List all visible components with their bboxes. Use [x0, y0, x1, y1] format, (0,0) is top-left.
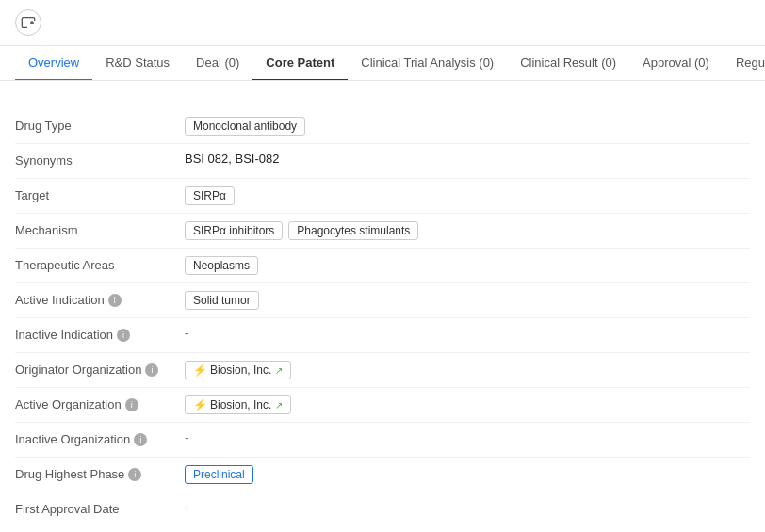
info-icon-inactive-indication[interactable]: i	[117, 329, 130, 342]
field-label-drug-highest-phase: Drug Highest Phasei	[15, 465, 185, 481]
field-label-first-approval-date: First Approval Date	[15, 500, 185, 516]
field-value-first-approval-date: -	[185, 500, 750, 514]
tag-mechanism-Phagocytes-stimulants: Phagocytes stimulants	[288, 221, 418, 240]
tab-rd-status[interactable]: R&D Status	[92, 46, 183, 81]
field-value-target: SIRPα	[185, 186, 750, 205]
external-link-icon-active-org: ↗	[275, 400, 283, 411]
tab-approval[interactable]: Approval (0)	[629, 46, 723, 81]
field-row-mechanism: MechanismSIRPα inhibitorsPhagocytes stim…	[15, 214, 750, 248]
field-label-mechanism: Mechanism	[15, 221, 185, 237]
field-value-drug-type: Monoclonal antibody	[185, 117, 750, 136]
tag-therapeutic-areas: Neoplasms	[185, 256, 258, 275]
field-value-originator-org: ⚡Biosion, Inc.↗	[185, 361, 750, 379]
field-value-active-indication: Solid tumor	[185, 291, 750, 310]
field-row-originator-org: Originator Organizationi⚡Biosion, Inc.↗	[15, 353, 750, 387]
field-label-therapeutic-areas: Therapeutic Areas	[15, 256, 185, 272]
field-label-originator-org: Originator Organizationi	[15, 361, 185, 377]
info-icon-active-org[interactable]: i	[125, 398, 138, 411]
info-icon-inactive-org[interactable]: i	[134, 433, 147, 446]
org-logo-active-org: ⚡	[193, 398, 206, 411]
field-value-inactive-indication: -	[185, 326, 750, 340]
field-value-mechanism: SIRPα inhibitorsPhagocytes stimulants	[185, 221, 750, 240]
field-row-first-approval-date: First Approval Date-	[15, 492, 750, 526]
tag-drug-type: Monoclonal antibody	[185, 117, 305, 136]
tag-mechanism-SIRPα-inhibitors: SIRPα inhibitors	[185, 221, 283, 240]
field-value-synonyms: BSI 082, BSI-082	[185, 152, 750, 166]
field-row-active-org: Active Organizationi⚡Biosion, Inc.↗	[15, 388, 750, 422]
tag-target: SIRPα	[185, 186, 235, 205]
fields-container: Drug TypeMonoclonal antibodySynonymsBSI …	[15, 109, 750, 526]
tab-clinical-result[interactable]: Clinical Result (0)	[507, 46, 629, 81]
main-content: Drug TypeMonoclonal antibodySynonymsBSI …	[0, 81, 765, 532]
tab-overview[interactable]: Overview	[15, 46, 92, 81]
field-row-active-indication: Active IndicationiSolid tumor	[15, 283, 750, 317]
field-row-therapeutic-areas: Therapeutic AreasNeoplasms	[15, 249, 750, 282]
field-row-drug-highest-phase: Drug Highest PhaseiPreclinical	[15, 458, 750, 492]
field-value-drug-highest-phase: Preclinical	[185, 465, 750, 484]
info-icon-drug-highest-phase[interactable]: i	[128, 468, 141, 481]
org-logo-originator-org: ⚡	[193, 363, 206, 377]
dash-first-approval-date: -	[185, 500, 188, 514]
field-label-inactive-org: Inactive Organizationi	[15, 430, 185, 446]
field-row-drug-type: Drug TypeMonoclonal antibody	[15, 109, 750, 143]
tab-clinical-trial[interactable]: Clinical Trial Analysis (0)	[348, 46, 507, 81]
field-label-active-org: Active Organizationi	[15, 395, 185, 411]
field-value-active-org: ⚡Biosion, Inc.↗	[185, 395, 750, 414]
field-label-synonyms: Synonyms	[15, 152, 185, 168]
tab-deal[interactable]: Deal (0)	[183, 46, 252, 81]
external-link-icon-originator-org: ↗	[275, 365, 283, 376]
field-value-inactive-org: -	[185, 430, 750, 444]
org-name-originator-org: Biosion, Inc.	[210, 363, 271, 377]
tag-active-indication: Solid tumor	[185, 291, 259, 310]
field-row-target: TargetSIRPα	[15, 179, 750, 213]
page-header	[0, 0, 765, 46]
drug-icon	[15, 9, 41, 36]
field-label-inactive-indication: Inactive Indicationi	[15, 326, 185, 342]
field-label-drug-type: Drug Type	[15, 117, 185, 133]
org-tag-active-org[interactable]: ⚡Biosion, Inc.↗	[185, 395, 291, 414]
tab-core-patent[interactable]: Core Patent	[252, 46, 348, 81]
field-label-active-indication: Active Indicationi	[15, 291, 185, 307]
org-name-active-org: Biosion, Inc.	[210, 398, 271, 411]
phase-tag-drug-highest-phase: Preclinical	[185, 465, 253, 484]
dash-inactive-indication: -	[185, 326, 188, 340]
org-tag-originator-org[interactable]: ⚡Biosion, Inc.↗	[185, 361, 291, 379]
field-row-inactive-org: Inactive Organizationi-	[15, 423, 750, 457]
field-value-therapeutic-areas: Neoplasms	[185, 256, 750, 275]
tab-regulation[interactable]: Regulation (0)	[723, 46, 765, 81]
info-icon-originator-org[interactable]: i	[145, 363, 158, 377]
field-label-target: Target	[15, 186, 185, 202]
info-icon-active-indication[interactable]: i	[108, 294, 122, 307]
tab-navigation: OverviewR&D StatusDeal (0)Core PatentCli…	[0, 46, 765, 81]
field-row-inactive-indication: Inactive Indicationi-	[15, 318, 750, 352]
dash-inactive-org: -	[185, 430, 188, 444]
field-row-synonyms: SynonymsBSI 082, BSI-082	[15, 144, 750, 178]
